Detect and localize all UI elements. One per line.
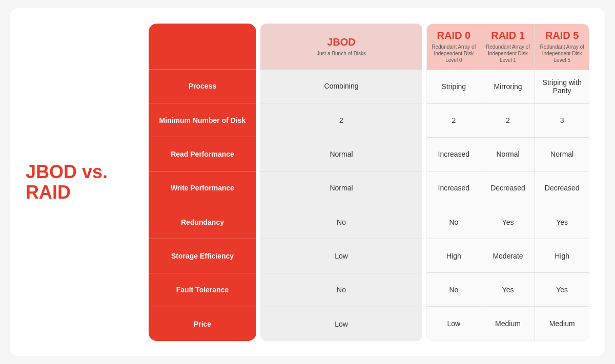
raid5-header: RAID 5 Redundant Array of Independent Di…: [535, 24, 589, 70]
raid1-title: RAID 1: [491, 30, 525, 41]
raid0-title: RAID 0: [437, 30, 471, 41]
raid1-fault-tol: Yes: [481, 273, 535, 307]
raid5-min-disk: 3: [535, 104, 589, 138]
jbod-read-perf: Normal: [260, 137, 422, 171]
raid5-storage-eff: High: [535, 239, 589, 273]
raid5-process: Striping with Parity: [535, 70, 589, 104]
jbod-column: JBOD Just a Bunch of Disks Combining 2 N…: [260, 24, 422, 341]
jbod-write-perf: Normal: [260, 172, 422, 205]
raid5-subtitle: Redundant Array of Independent Disk Leve…: [539, 44, 585, 63]
raid5-price: Medium: [535, 307, 589, 340]
raid0-write-perf: Increased: [427, 172, 481, 205]
jbod-fault-tol: No: [260, 273, 422, 307]
raid0-read-perf: Increased: [427, 138, 481, 172]
raid0-storage-eff: High: [427, 239, 481, 273]
raid0-header: RAID 0 Redundant Array of Independent Di…: [427, 24, 481, 70]
raid0-process: Striping: [427, 70, 481, 104]
label-price: Price: [149, 307, 256, 340]
raid0-fault-tol: No: [427, 273, 481, 307]
label-storage-eff: Storage Efficiency: [149, 239, 256, 273]
jbod-price: Low: [260, 307, 422, 340]
comparison-table: Process Minimum Number of Disk Read Perf…: [149, 24, 589, 341]
raid1-storage-eff: Moderate: [481, 239, 535, 273]
raid0-price: Low: [427, 307, 481, 340]
raid0-min-disk: 2: [427, 104, 481, 138]
raid0-column: RAID 0 Redundant Array of Independent Di…: [427, 24, 481, 340]
raid1-min-disk: 2: [481, 104, 535, 138]
jbod-process: Combining: [260, 70, 422, 103]
label-read-perf: Read Performance: [149, 137, 256, 171]
raid1-column: RAID 1 Redundant Array of Independent Di…: [481, 24, 536, 340]
jbod-header: JBOD Just a Bunch of Disks: [260, 24, 422, 70]
jbod-redundancy: No: [260, 205, 422, 239]
label-min-disk: Minimum Number of Disk: [149, 103, 256, 137]
label-redundancy: Redundancy: [149, 205, 256, 239]
raid5-fault-tol: Yes: [535, 273, 589, 307]
page-wrapper: JBOD vs. RAID Process Minimum Number of …: [10, 8, 605, 356]
raid1-subtitle: Redundant Array of Independent Disk Leve…: [485, 44, 531, 63]
raid1-write-perf: Decreased: [481, 172, 535, 205]
label-header: [149, 24, 256, 70]
label-process: Process: [149, 70, 256, 103]
raid0-subtitle: Redundant Array of Independent Disk Leve…: [431, 44, 477, 63]
raid5-title: RAID 5: [545, 30, 579, 41]
raid1-header: RAID 1 Redundant Array of Independent Di…: [481, 24, 535, 70]
raid1-price: Medium: [481, 307, 535, 340]
label-write-perf: Write Performance: [149, 172, 256, 205]
raid-group: RAID 0 Redundant Array of Independent Di…: [426, 24, 589, 341]
labels-column: Process Minimum Number of Disk Read Perf…: [149, 24, 256, 341]
raid5-redundancy: Yes: [535, 205, 589, 239]
jbod-storage-eff: Low: [260, 239, 422, 273]
raid5-write-perf: Decreased: [535, 172, 589, 205]
jbod-subtitle: Just a Bunch of Disks: [317, 50, 366, 57]
jbod-title: JBOD: [327, 36, 356, 48]
raid5-read-perf: Normal: [535, 138, 589, 172]
label-fault-tol: Fault Tolerance: [149, 273, 256, 307]
raid1-redundancy: Yes: [481, 205, 535, 239]
raid1-read-perf: Normal: [481, 138, 535, 172]
raid5-column: RAID 5 Redundant Array of Independent Di…: [535, 24, 589, 340]
page-title: JBOD vs. RAID: [26, 162, 138, 202]
raid1-process: Mirroring: [481, 70, 535, 104]
jbod-min-disk: 2: [260, 103, 422, 137]
raid0-redundancy: No: [427, 205, 481, 239]
title-section: JBOD vs. RAID: [26, 162, 138, 202]
